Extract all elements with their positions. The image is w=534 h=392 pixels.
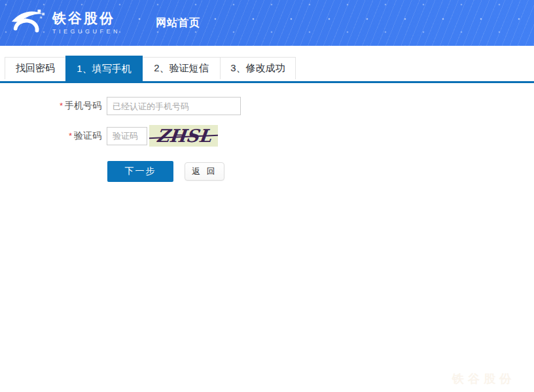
tab-step2-verify-sms[interactable]: 2、验证短信 (142, 57, 221, 79)
captcha-label-text: 验证码 (74, 130, 101, 141)
logo-swoosh-icon (9, 7, 47, 39)
phone-input[interactable] (107, 97, 241, 115)
tabs-underline (0, 81, 534, 83)
nav-home-link[interactable]: 网站首页 (156, 17, 200, 28)
tab-step3-success[interactable]: 3、修改成功 (220, 57, 296, 79)
site-header: 铁谷股份 TIEGUGUFEN 网站首页 (0, 0, 534, 46)
phone-field-cell (107, 97, 241, 115)
logo-text: 铁谷股份 TIEGUGUFEN (52, 10, 120, 35)
tab-find-password[interactable]: 找回密码 (5, 57, 66, 79)
tabs: 找回密码 1、填写手机 2、验证短信 3、修改成功 (5, 57, 534, 81)
header-nav: 网站首页 (156, 16, 200, 30)
captcha-label: *验证码 (0, 130, 101, 142)
button-row: 下一步 返 回 (107, 161, 534, 182)
tabs-wrap: 找回密码 1、填写手机 2、验证短信 3、修改成功 (0, 57, 534, 81)
phone-row: *手机号码 (0, 97, 534, 115)
phone-label: *手机号码 (0, 100, 101, 112)
next-step-button[interactable]: 下一步 (107, 161, 173, 182)
logo-subtitle: TIEGUGUFEN (52, 27, 120, 35)
required-asterisk: * (60, 101, 63, 111)
logo: 铁谷股份 TIEGUGUFEN (9, 7, 120, 39)
captcha-input[interactable] (107, 127, 147, 145)
recover-password-form: *手机号码 *验证码 ZHSL 下一步 返 回 (0, 97, 534, 182)
logo-title: 铁谷股份 (52, 10, 120, 26)
watermark: 铁谷股份 (452, 371, 515, 387)
captcha-image[interactable]: ZHSL (149, 125, 218, 147)
tab-step1-fill-phone[interactable]: 1、填写手机 (65, 56, 143, 81)
phone-label-text: 手机号码 (65, 100, 101, 111)
back-button[interactable]: 返 回 (185, 162, 224, 181)
captcha-row: *验证码 ZHSL (0, 125, 534, 147)
required-asterisk: * (69, 131, 72, 141)
captcha-field-cell: ZHSL (107, 125, 218, 147)
